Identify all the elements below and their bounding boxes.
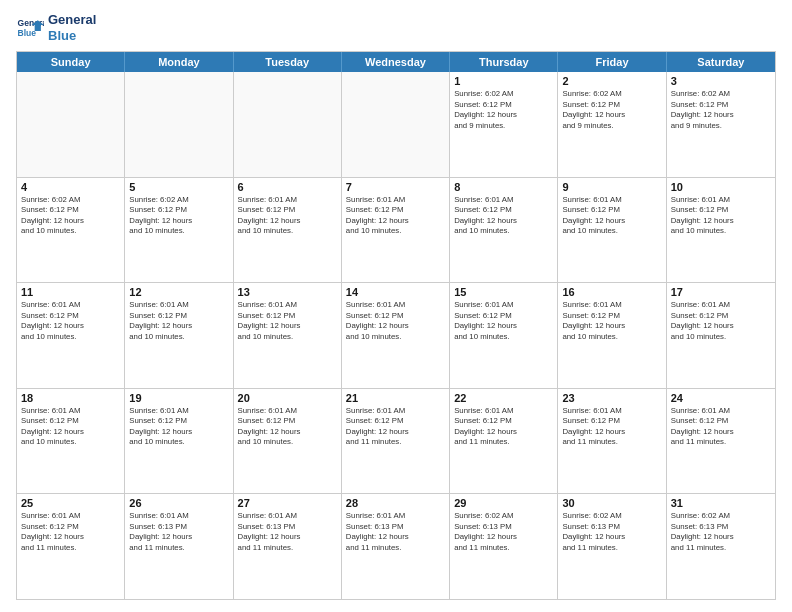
calendar-cell: 28Sunrise: 6:01 AM Sunset: 6:13 PM Dayli…: [342, 494, 450, 599]
calendar-cell: 1Sunrise: 6:02 AM Sunset: 6:12 PM Daylig…: [450, 72, 558, 177]
day-info: Sunrise: 6:02 AM Sunset: 6:13 PM Dayligh…: [454, 511, 553, 553]
calendar-week: 18Sunrise: 6:01 AM Sunset: 6:12 PM Dayli…: [17, 389, 775, 495]
calendar-cell: 22Sunrise: 6:01 AM Sunset: 6:12 PM Dayli…: [450, 389, 558, 494]
logo-general: General: [48, 12, 96, 28]
logo: General Blue General Blue: [16, 12, 96, 43]
calendar-cell: 31Sunrise: 6:02 AM Sunset: 6:13 PM Dayli…: [667, 494, 775, 599]
day-number: 25: [21, 497, 120, 509]
page: General Blue General Blue SundayMondayTu…: [0, 0, 792, 612]
calendar-cell: 21Sunrise: 6:01 AM Sunset: 6:12 PM Dayli…: [342, 389, 450, 494]
calendar-cell: 16Sunrise: 6:01 AM Sunset: 6:12 PM Dayli…: [558, 283, 666, 388]
calendar-cell: 14Sunrise: 6:01 AM Sunset: 6:12 PM Dayli…: [342, 283, 450, 388]
calendar: SundayMondayTuesdayWednesdayThursdayFrid…: [16, 51, 776, 600]
calendar-cell: [234, 72, 342, 177]
day-info: Sunrise: 6:01 AM Sunset: 6:12 PM Dayligh…: [21, 511, 120, 553]
day-number: 29: [454, 497, 553, 509]
calendar-cell: 23Sunrise: 6:01 AM Sunset: 6:12 PM Dayli…: [558, 389, 666, 494]
day-number: 22: [454, 392, 553, 404]
day-info: Sunrise: 6:01 AM Sunset: 6:12 PM Dayligh…: [238, 300, 337, 342]
calendar-cell: 6Sunrise: 6:01 AM Sunset: 6:12 PM Daylig…: [234, 178, 342, 283]
day-number: 17: [671, 286, 771, 298]
day-info: Sunrise: 6:02 AM Sunset: 6:12 PM Dayligh…: [21, 195, 120, 237]
calendar-cell: 20Sunrise: 6:01 AM Sunset: 6:12 PM Dayli…: [234, 389, 342, 494]
calendar-cell: 17Sunrise: 6:01 AM Sunset: 6:12 PM Dayli…: [667, 283, 775, 388]
header: General Blue General Blue: [16, 12, 776, 43]
calendar-cell: 5Sunrise: 6:02 AM Sunset: 6:12 PM Daylig…: [125, 178, 233, 283]
day-info: Sunrise: 6:01 AM Sunset: 6:12 PM Dayligh…: [562, 300, 661, 342]
day-number: 13: [238, 286, 337, 298]
day-number: 18: [21, 392, 120, 404]
day-number: 8: [454, 181, 553, 193]
calendar-week: 1Sunrise: 6:02 AM Sunset: 6:12 PM Daylig…: [17, 72, 775, 178]
day-info: Sunrise: 6:01 AM Sunset: 6:12 PM Dayligh…: [454, 300, 553, 342]
day-info: Sunrise: 6:01 AM Sunset: 6:12 PM Dayligh…: [346, 195, 445, 237]
day-number: 16: [562, 286, 661, 298]
calendar-week: 25Sunrise: 6:01 AM Sunset: 6:12 PM Dayli…: [17, 494, 775, 599]
day-info: Sunrise: 6:01 AM Sunset: 6:12 PM Dayligh…: [454, 406, 553, 448]
day-number: 2: [562, 75, 661, 87]
day-number: 6: [238, 181, 337, 193]
calendar-cell: 18Sunrise: 6:01 AM Sunset: 6:12 PM Dayli…: [17, 389, 125, 494]
day-info: Sunrise: 6:01 AM Sunset: 6:12 PM Dayligh…: [129, 300, 228, 342]
day-info: Sunrise: 6:01 AM Sunset: 6:12 PM Dayligh…: [21, 406, 120, 448]
day-number: 19: [129, 392, 228, 404]
calendar-header-cell: Tuesday: [234, 52, 342, 72]
calendar-cell: 10Sunrise: 6:01 AM Sunset: 6:12 PM Dayli…: [667, 178, 775, 283]
day-number: 12: [129, 286, 228, 298]
day-info: Sunrise: 6:01 AM Sunset: 6:12 PM Dayligh…: [562, 195, 661, 237]
day-info: Sunrise: 6:01 AM Sunset: 6:12 PM Dayligh…: [346, 406, 445, 448]
calendar-cell: 30Sunrise: 6:02 AM Sunset: 6:13 PM Dayli…: [558, 494, 666, 599]
calendar-cell: 7Sunrise: 6:01 AM Sunset: 6:12 PM Daylig…: [342, 178, 450, 283]
day-number: 3: [671, 75, 771, 87]
calendar-header-cell: Thursday: [450, 52, 558, 72]
calendar-cell: 2Sunrise: 6:02 AM Sunset: 6:12 PM Daylig…: [558, 72, 666, 177]
day-info: Sunrise: 6:02 AM Sunset: 6:13 PM Dayligh…: [562, 511, 661, 553]
calendar-cell: 12Sunrise: 6:01 AM Sunset: 6:12 PM Dayli…: [125, 283, 233, 388]
calendar-header-row: SundayMondayTuesdayWednesdayThursdayFrid…: [17, 52, 775, 72]
calendar-cell: 27Sunrise: 6:01 AM Sunset: 6:13 PM Dayli…: [234, 494, 342, 599]
day-number: 15: [454, 286, 553, 298]
day-info: Sunrise: 6:01 AM Sunset: 6:12 PM Dayligh…: [21, 300, 120, 342]
calendar-cell: 8Sunrise: 6:01 AM Sunset: 6:12 PM Daylig…: [450, 178, 558, 283]
day-number: 28: [346, 497, 445, 509]
day-number: 30: [562, 497, 661, 509]
calendar-header-cell: Wednesday: [342, 52, 450, 72]
day-number: 14: [346, 286, 445, 298]
day-number: 24: [671, 392, 771, 404]
day-info: Sunrise: 6:01 AM Sunset: 6:13 PM Dayligh…: [238, 511, 337, 553]
day-number: 1: [454, 75, 553, 87]
day-info: Sunrise: 6:01 AM Sunset: 6:12 PM Dayligh…: [671, 406, 771, 448]
day-number: 21: [346, 392, 445, 404]
day-info: Sunrise: 6:01 AM Sunset: 6:12 PM Dayligh…: [562, 406, 661, 448]
logo-blue: Blue: [48, 28, 96, 44]
day-number: 26: [129, 497, 228, 509]
day-number: 9: [562, 181, 661, 193]
calendar-week: 4Sunrise: 6:02 AM Sunset: 6:12 PM Daylig…: [17, 178, 775, 284]
calendar-cell: [17, 72, 125, 177]
day-info: Sunrise: 6:01 AM Sunset: 6:12 PM Dayligh…: [238, 195, 337, 237]
day-number: 23: [562, 392, 661, 404]
calendar-header-cell: Friday: [558, 52, 666, 72]
day-number: 4: [21, 181, 120, 193]
calendar-cell: 29Sunrise: 6:02 AM Sunset: 6:13 PM Dayli…: [450, 494, 558, 599]
day-info: Sunrise: 6:02 AM Sunset: 6:13 PM Dayligh…: [671, 511, 771, 553]
calendar-cell: 3Sunrise: 6:02 AM Sunset: 6:12 PM Daylig…: [667, 72, 775, 177]
calendar-week: 11Sunrise: 6:01 AM Sunset: 6:12 PM Dayli…: [17, 283, 775, 389]
calendar-header-cell: Sunday: [17, 52, 125, 72]
calendar-cell: 24Sunrise: 6:01 AM Sunset: 6:12 PM Dayli…: [667, 389, 775, 494]
day-info: Sunrise: 6:02 AM Sunset: 6:12 PM Dayligh…: [454, 89, 553, 131]
day-info: Sunrise: 6:02 AM Sunset: 6:12 PM Dayligh…: [671, 89, 771, 131]
day-number: 27: [238, 497, 337, 509]
logo-icon: General Blue: [16, 14, 44, 42]
calendar-cell: 13Sunrise: 6:01 AM Sunset: 6:12 PM Dayli…: [234, 283, 342, 388]
day-info: Sunrise: 6:01 AM Sunset: 6:12 PM Dayligh…: [454, 195, 553, 237]
day-number: 5: [129, 181, 228, 193]
day-info: Sunrise: 6:01 AM Sunset: 6:12 PM Dayligh…: [238, 406, 337, 448]
calendar-cell: 19Sunrise: 6:01 AM Sunset: 6:12 PM Dayli…: [125, 389, 233, 494]
calendar-cell: 11Sunrise: 6:01 AM Sunset: 6:12 PM Dayli…: [17, 283, 125, 388]
day-info: Sunrise: 6:01 AM Sunset: 6:13 PM Dayligh…: [346, 511, 445, 553]
day-info: Sunrise: 6:01 AM Sunset: 6:12 PM Dayligh…: [671, 195, 771, 237]
calendar-cell: 4Sunrise: 6:02 AM Sunset: 6:12 PM Daylig…: [17, 178, 125, 283]
svg-text:Blue: Blue: [18, 27, 37, 37]
calendar-cell: 26Sunrise: 6:01 AM Sunset: 6:13 PM Dayli…: [125, 494, 233, 599]
